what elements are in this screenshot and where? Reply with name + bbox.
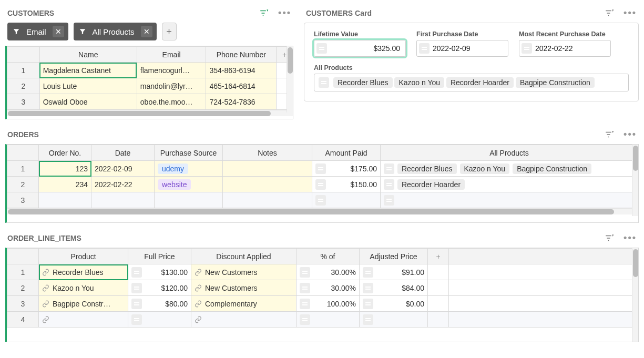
cell-pct[interactable]: 30.00%: [297, 264, 360, 280]
table-row[interactable]: 4: [7, 312, 638, 328]
cell-email[interactable]: oboe.the.moo…: [137, 94, 206, 110]
sort-filter-icon[interactable]: [605, 8, 614, 18]
orders-grid[interactable]: Order No. Date Purchase Source Notes Amo…: [7, 145, 638, 208]
cell-source[interactable]: website: [155, 177, 223, 192]
cell-source[interactable]: udemy: [155, 161, 223, 177]
sort-filter-icon[interactable]: [605, 233, 614, 243]
expand-icon[interactable]: [363, 314, 373, 325]
expand-icon[interactable]: [315, 195, 326, 206]
col-adj[interactable]: Adjusted Price: [360, 249, 428, 264]
col-order-no[interactable]: Order No.: [39, 145, 91, 161]
cell-product[interactable]: Bagpipe Constr…: [39, 296, 128, 312]
col-amount[interactable]: Amount Paid: [312, 145, 381, 161]
close-icon[interactable]: ✕: [53, 26, 64, 37]
expand-icon[interactable]: [363, 267, 373, 278]
more-icon[interactable]: •••: [623, 129, 637, 140]
col-full-price[interactable]: Full Price: [128, 249, 191, 264]
expand-icon[interactable]: [384, 163, 394, 174]
table-row[interactable]: 1Recorder Blues$130.00New Customers30.00…: [7, 264, 638, 280]
cell-date[interactable]: 2022-02-22: [91, 177, 155, 192]
cell-email[interactable]: mandolin@lyr…: [137, 78, 206, 94]
col-discount[interactable]: Discount Applied: [191, 249, 297, 264]
expand-icon[interactable]: [522, 43, 532, 54]
cell-product[interactable]: Kazoo n You: [39, 280, 128, 296]
col-phone[interactable]: Phone Number: [206, 47, 277, 63]
cell-email[interactable]: flamencogurl…: [137, 63, 206, 78]
cell-phone[interactable]: 724-524-7836: [206, 94, 277, 110]
expand-icon[interactable]: [300, 314, 310, 325]
hscrollbar[interactable]: [7, 110, 293, 116]
vscrollbar[interactable]: [632, 248, 638, 342]
expand-icon[interactable]: [300, 267, 310, 278]
table-row[interactable]: 1Magdalena Castanetflamencogurl…354-863-…: [7, 63, 293, 78]
expand-icon[interactable]: [315, 163, 326, 174]
expand-icon[interactable]: [316, 43, 327, 54]
expand-icon[interactable]: [131, 283, 142, 293]
product-pill[interactable]: Recorder Blues: [333, 77, 393, 88]
product-pill[interactable]: Kazoo n You: [394, 77, 444, 88]
cell-pct[interactable]: 30.00%: [297, 280, 360, 296]
cell-name[interactable]: Oswald Oboe: [39, 94, 137, 110]
product-pill[interactable]: Bagpipe Construction: [513, 163, 591, 174]
add-column-button[interactable]: +: [428, 249, 449, 264]
expand-icon[interactable]: [131, 314, 142, 325]
cell-name[interactable]: Magdalena Castanet: [39, 63, 137, 78]
table-row[interactable]: 2Kazoo n You$120.00New Customers30.00%$8…: [7, 280, 638, 296]
expand-icon[interactable]: [131, 267, 142, 278]
filter-icon[interactable]: [259, 8, 269, 18]
cell-discount[interactable]: New Customers: [191, 280, 297, 296]
product-pill[interactable]: Kazoo n You: [460, 163, 510, 174]
col-name[interactable]: Name: [39, 47, 137, 63]
cell-full-price[interactable]: $120.00: [128, 280, 191, 296]
col-all-products[interactable]: All Products: [381, 145, 638, 161]
expand-icon[interactable]: [315, 179, 326, 190]
table-row[interactable]: 2Louis Lutemandolin@lyr…465-164-6814: [7, 78, 293, 94]
cell-products[interactable]: Recorder Blues Kazoo n You Bagpipe Const…: [381, 161, 638, 177]
cell-name[interactable]: Louis Lute: [39, 78, 137, 94]
more-icon[interactable]: •••: [623, 7, 637, 18]
expand-icon[interactable]: [384, 195, 394, 206]
hscrollbar[interactable]: [7, 208, 638, 214]
expand-icon[interactable]: [384, 179, 394, 190]
table-row[interactable]: 3: [7, 192, 638, 208]
expand-icon[interactable]: [319, 77, 329, 88]
cell-date[interactable]: 2022-02-09: [91, 161, 155, 177]
expand-icon[interactable]: [363, 299, 373, 309]
cell-amount[interactable]: $175.00: [312, 161, 381, 177]
product-pill[interactable]: Recorder Blues: [397, 163, 457, 174]
cell-products[interactable]: Recorder Hoarder: [381, 177, 638, 192]
cell-order-no[interactable]: 123: [39, 161, 91, 177]
table-row[interactable]: 3Oswald Oboeoboe.the.moo…724-524-7836: [7, 94, 293, 110]
col-notes[interactable]: Notes: [223, 145, 312, 161]
cell-pct[interactable]: 100.00%: [297, 296, 360, 312]
add-filter-button[interactable]: +: [162, 23, 177, 40]
filter-chip-email[interactable]: Email ✕: [7, 23, 68, 40]
close-icon[interactable]: ✕: [141, 26, 152, 37]
filter-chip-products[interactable]: All Products ✕: [74, 23, 157, 40]
table-row[interactable]: 11232022-02-09udemy$175.00 Recorder Blue…: [7, 161, 638, 177]
expand-icon[interactable]: [419, 43, 430, 54]
col-source[interactable]: Purchase Source: [155, 145, 223, 161]
product-pill[interactable]: Bagpipe Construction: [516, 77, 595, 88]
cell-adj[interactable]: $0.00: [360, 296, 428, 312]
cell-phone[interactable]: 465-164-6814: [206, 78, 277, 94]
more-icon[interactable]: •••: [623, 232, 637, 243]
customers-grid[interactable]: Name Email Phone Number + 1Magdalena Cas…: [7, 46, 293, 110]
product-pill[interactable]: Recorder Hoarder: [446, 77, 514, 88]
cell-full-price[interactable]: $130.00: [128, 264, 191, 280]
more-icon[interactable]: •••: [278, 7, 291, 18]
line-items-grid[interactable]: Product Full Price Discount Applied % of…: [7, 248, 638, 328]
sort-filter-icon[interactable]: [605, 130, 614, 139]
cell-full-price[interactable]: $80.00: [128, 296, 191, 312]
expand-icon[interactable]: [131, 299, 142, 309]
table-row[interactable]: 3Bagpipe Constr…$80.00Complementary100.0…: [7, 296, 638, 312]
cell-adj[interactable]: $84.00: [360, 280, 428, 296]
expand-icon[interactable]: [363, 283, 373, 293]
col-pct[interactable]: % of: [297, 249, 360, 264]
product-pill[interactable]: Recorder Hoarder: [397, 179, 465, 190]
expand-icon[interactable]: [300, 283, 310, 293]
cell-phone[interactable]: 354-863-6194: [206, 63, 277, 78]
col-product[interactable]: Product: [39, 249, 128, 264]
cell-product[interactable]: Recorder Blues: [39, 264, 128, 280]
cell-adj[interactable]: $91.00: [360, 264, 428, 280]
